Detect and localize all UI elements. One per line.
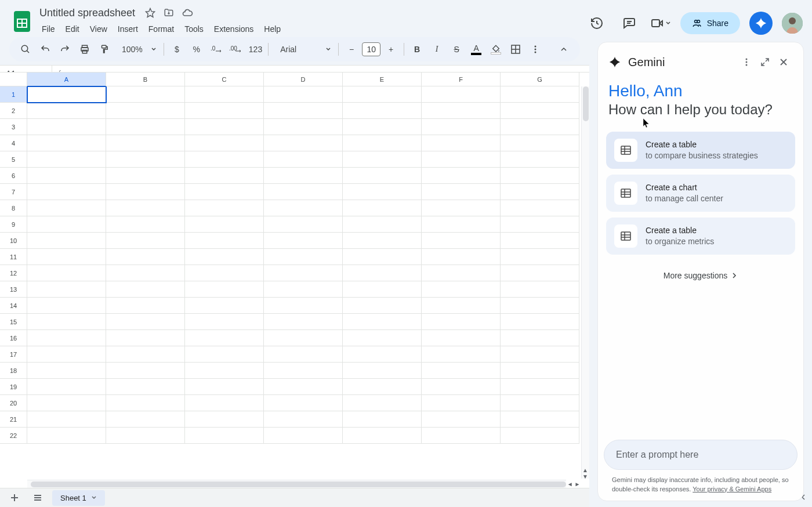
cell[interactable]: [27, 86, 106, 103]
borders-button[interactable]: [506, 40, 525, 59]
cell[interactable]: [185, 86, 264, 103]
italic-button[interactable]: I: [427, 40, 446, 59]
select-all-corner[interactable]: [0, 73, 27, 86]
cell[interactable]: [264, 395, 343, 411]
cloud-status-icon[interactable]: [182, 7, 193, 19]
currency-button[interactable]: $: [168, 40, 186, 59]
cell[interactable]: [501, 135, 579, 151]
cell[interactable]: [27, 249, 106, 265]
cell[interactable]: [422, 86, 501, 103]
cell[interactable]: [501, 346, 579, 363]
cell[interactable]: [106, 184, 185, 200]
cell[interactable]: [343, 249, 422, 265]
cell[interactable]: [501, 265, 579, 281]
cell[interactable]: [106, 151, 185, 168]
cell[interactable]: [343, 168, 422, 184]
horizontal-scrollbar[interactable]: [27, 480, 566, 488]
cell[interactable]: [343, 363, 422, 379]
search-icon[interactable]: [16, 40, 35, 59]
cell[interactable]: [264, 265, 343, 281]
cell[interactable]: [501, 168, 579, 184]
cell[interactable]: [501, 428, 579, 444]
cell[interactable]: [185, 363, 264, 379]
cell[interactable]: [264, 379, 343, 395]
cell[interactable]: [264, 119, 343, 135]
cell[interactable]: [264, 298, 343, 314]
row-header[interactable]: 2: [0, 103, 27, 119]
add-sheet-button[interactable]: [6, 489, 23, 506]
row-header[interactable]: 6: [0, 168, 27, 184]
cell[interactable]: [343, 411, 422, 428]
row-header[interactable]: 13: [0, 281, 27, 298]
row-header[interactable]: 3: [0, 119, 27, 135]
cell[interactable]: [422, 346, 501, 363]
cell[interactable]: [422, 249, 501, 265]
cell[interactable]: [27, 346, 106, 363]
cell[interactable]: [264, 151, 343, 168]
cell[interactable]: [106, 265, 185, 281]
column-header[interactable]: F: [422, 73, 501, 86]
cell[interactable]: [343, 135, 422, 151]
row-header[interactable]: 9: [0, 216, 27, 233]
cell[interactable]: [422, 233, 501, 249]
cell[interactable]: [343, 314, 422, 330]
cell[interactable]: [501, 216, 579, 233]
move-folder-icon[interactable]: [163, 7, 175, 19]
menu-insert[interactable]: Insert: [113, 22, 143, 36]
cell[interactable]: [501, 200, 579, 216]
cell[interactable]: [27, 184, 106, 200]
cell[interactable]: [422, 281, 501, 298]
row-header[interactable]: 11: [0, 249, 27, 265]
cell[interactable]: [343, 379, 422, 395]
cell[interactable]: [264, 233, 343, 249]
cell[interactable]: [106, 395, 185, 411]
cell[interactable]: [106, 411, 185, 428]
cell[interactable]: [501, 103, 579, 119]
cell[interactable]: [501, 281, 579, 298]
cell[interactable]: [106, 428, 185, 444]
vertical-scroll-arrows[interactable]: ▲▼: [581, 467, 589, 480]
suggestion-card[interactable]: Create a tableto compare business strate…: [606, 132, 795, 169]
cell[interactable]: [264, 249, 343, 265]
cell[interactable]: [106, 281, 185, 298]
cell[interactable]: [264, 428, 343, 444]
cell[interactable]: [27, 135, 106, 151]
gemini-button[interactable]: [749, 12, 773, 35]
cell[interactable]: [27, 216, 106, 233]
cell[interactable]: [106, 168, 185, 184]
column-header[interactable]: E: [343, 73, 422, 86]
cell[interactable]: [422, 314, 501, 330]
number-format-button[interactable]: 123: [246, 40, 264, 59]
cell[interactable]: [27, 200, 106, 216]
fill-color-button[interactable]: [487, 40, 505, 59]
cell[interactable]: [106, 216, 185, 233]
undo-button[interactable]: [36, 40, 55, 59]
row-header[interactable]: 4: [0, 135, 27, 151]
cell[interactable]: [343, 330, 422, 346]
cell[interactable]: [501, 314, 579, 330]
row-header[interactable]: 5: [0, 151, 27, 168]
cell[interactable]: [185, 265, 264, 281]
cell[interactable]: [501, 298, 579, 314]
cell[interactable]: [422, 428, 501, 444]
cell[interactable]: [501, 119, 579, 135]
vertical-scrollbar[interactable]: [581, 86, 589, 479]
gemini-close-icon[interactable]: [774, 53, 793, 71]
more-suggestions-button[interactable]: More suggestions: [606, 260, 795, 291]
cell[interactable]: [185, 298, 264, 314]
bold-button[interactable]: B: [408, 40, 426, 59]
cell[interactable]: [185, 330, 264, 346]
menu-edit[interactable]: Edit: [61, 22, 84, 36]
cell[interactable]: [185, 281, 264, 298]
cell[interactable]: [422, 168, 501, 184]
row-header[interactable]: 1: [0, 86, 27, 103]
cell[interactable]: [106, 119, 185, 135]
row-header[interactable]: 7: [0, 184, 27, 200]
spreadsheet-grid[interactable]: ABCDEFG 12345678910111213141516171819202…: [0, 72, 589, 488]
cell[interactable]: [343, 346, 422, 363]
cell[interactable]: [501, 86, 579, 103]
cell[interactable]: [27, 428, 106, 444]
cell[interactable]: [185, 184, 264, 200]
cell[interactable]: [501, 411, 579, 428]
cell[interactable]: [264, 200, 343, 216]
